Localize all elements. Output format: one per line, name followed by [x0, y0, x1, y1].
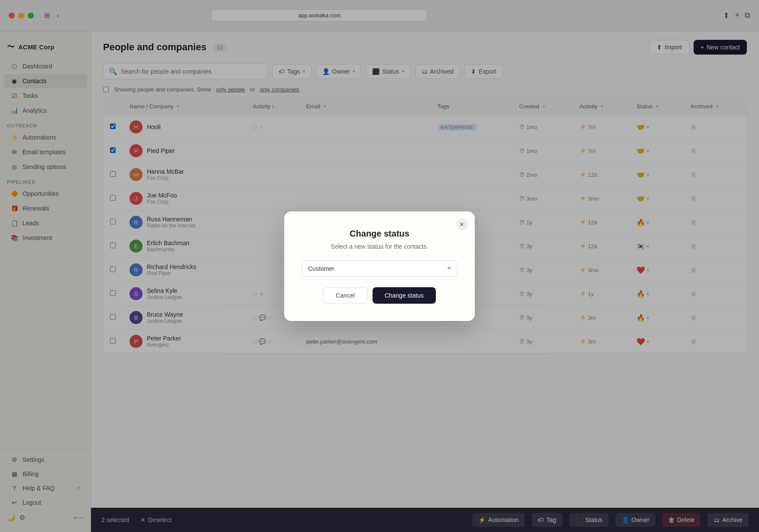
modal-title: Change status [302, 229, 457, 239]
status-select[interactable]: LeadCustomerChurnedLostProspect [302, 260, 457, 277]
modal-close-button[interactable]: ✕ [456, 218, 468, 230]
modal-overlay[interactable]: ✕ Change status Select a new status for … [0, 0, 759, 532]
modal-confirm-button[interactable]: Change status [373, 287, 436, 304]
change-status-modal: ✕ Change status Select a new status for … [284, 211, 475, 321]
modal-subtitle: Select a new status for the contacts. [302, 243, 457, 250]
modal-cancel-button[interactable]: Cancel [323, 287, 367, 304]
modal-actions: Cancel Change status [302, 287, 457, 304]
